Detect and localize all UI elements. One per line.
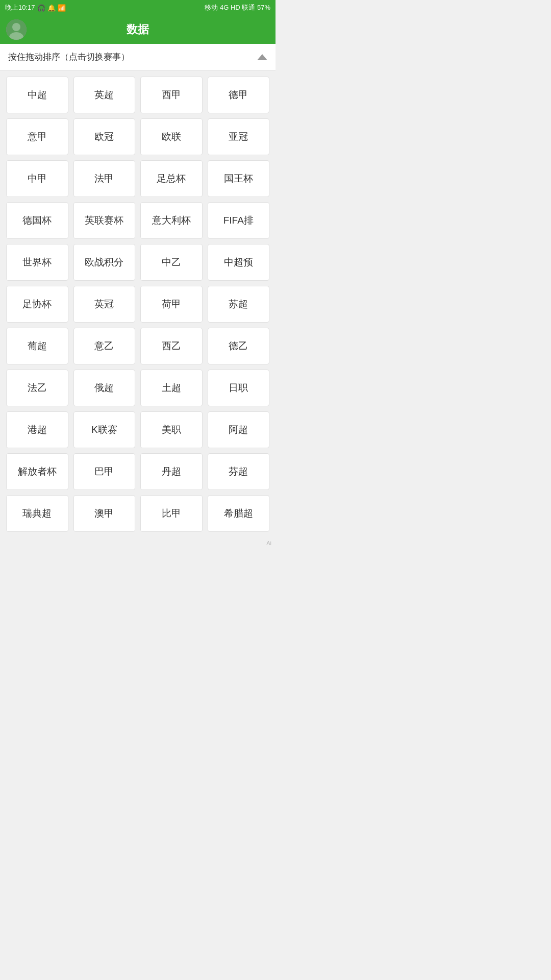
league-item[interactable]: 中超预 [208, 244, 270, 281]
league-item[interactable]: 足总杯 [140, 160, 203, 197]
league-item[interactable]: 亚冠 [208, 118, 270, 155]
league-item[interactable]: 丹超 [140, 453, 203, 490]
league-item[interactable]: 港超 [6, 411, 68, 448]
watermark: Ai [0, 538, 276, 548]
league-item[interactable]: 巴甲 [73, 453, 136, 490]
league-item[interactable]: 法乙 [6, 370, 68, 406]
league-item[interactable]: 法甲 [73, 160, 136, 197]
league-item[interactable]: 美职 [140, 411, 203, 448]
league-item[interactable]: 俄超 [73, 370, 136, 406]
league-item[interactable]: 西乙 [140, 328, 203, 364]
league-grid: 中超英超西甲德甲意甲欧冠欧联亚冠中甲法甲足总杯国王杯德国杯英联赛杯意大利杯FIF… [0, 70, 276, 538]
sort-bar[interactable]: 按住拖动排序（点击切换赛事） [0, 44, 276, 70]
league-item[interactable]: 葡超 [6, 328, 68, 364]
league-item[interactable]: 德乙 [208, 328, 270, 364]
league-item[interactable]: 苏超 [208, 286, 270, 323]
league-item[interactable]: 英联赛杯 [73, 202, 136, 239]
collapse-icon[interactable] [257, 54, 267, 60]
league-item[interactable]: 芬超 [208, 453, 270, 490]
time-display: 晚上10:17 [5, 3, 35, 12]
avatar[interactable] [6, 19, 27, 40]
league-item[interactable]: 足协杯 [6, 286, 68, 323]
headphone-icon: 🎧 [37, 4, 45, 12]
league-item[interactable]: 英超 [73, 77, 136, 113]
league-item[interactable]: 英冠 [73, 286, 136, 323]
league-item[interactable]: 西甲 [140, 77, 203, 113]
app-header: 数据 [0, 15, 276, 44]
league-item[interactable]: 比甲 [140, 495, 203, 532]
league-item[interactable]: 中甲 [6, 160, 68, 197]
league-item[interactable]: 德甲 [208, 77, 270, 113]
league-item[interactable]: 欧战积分 [73, 244, 136, 281]
network-battery-info: 移动 4G HD 联通 57% [205, 3, 270, 12]
league-item[interactable]: 希腊超 [208, 495, 270, 532]
status-right: 移动 4G HD 联通 57% [205, 3, 270, 12]
league-item[interactable]: 世界杯 [6, 244, 68, 281]
league-item[interactable]: 荷甲 [140, 286, 203, 323]
league-item[interactable]: 欧冠 [73, 118, 136, 155]
league-item[interactable]: 意甲 [6, 118, 68, 155]
league-item[interactable]: 意乙 [73, 328, 136, 364]
league-item[interactable]: 阿超 [208, 411, 270, 448]
sort-bar-label: 按住拖动排序（点击切换赛事） [8, 51, 130, 63]
league-item[interactable]: 土超 [140, 370, 203, 406]
league-item[interactable]: 日职 [208, 370, 270, 406]
status-time: 晚上10:17 🎧 🔔 📶 [5, 3, 66, 12]
wifi-icon: 📶 [58, 4, 66, 12]
league-item[interactable]: 解放者杯 [6, 453, 68, 490]
sort-main-text: 按住拖动排序 [8, 52, 60, 62]
sort-hint-text: （点击切换赛事） [60, 52, 130, 62]
league-item[interactable]: 德国杯 [6, 202, 68, 239]
league-item[interactable]: 意大利杯 [140, 202, 203, 239]
page-title: 数据 [127, 22, 149, 37]
league-item[interactable]: 中超 [6, 77, 68, 113]
league-item[interactable]: 瑞典超 [6, 495, 68, 532]
league-item[interactable]: K联赛 [73, 411, 136, 448]
league-item[interactable]: 国王杯 [208, 160, 270, 197]
league-item[interactable]: 澳甲 [73, 495, 136, 532]
league-item[interactable]: 中乙 [140, 244, 203, 281]
league-item[interactable]: 欧联 [140, 118, 203, 155]
status-bar: 晚上10:17 🎧 🔔 📶 移动 4G HD 联通 57% [0, 0, 276, 15]
league-item[interactable]: FIFA排 [208, 202, 270, 239]
bell-icon: 🔔 [47, 4, 56, 12]
svg-point-1 [12, 23, 20, 31]
